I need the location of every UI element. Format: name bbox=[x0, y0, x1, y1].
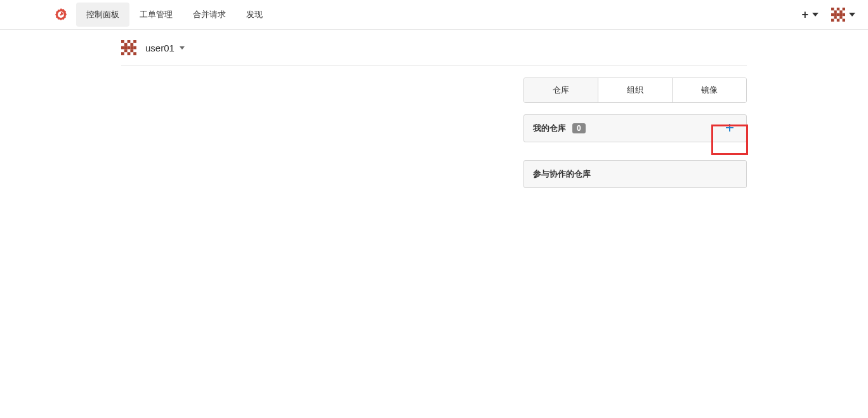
svg-rect-20 bbox=[124, 43, 128, 46]
svg-rect-11 bbox=[843, 13, 845, 16]
svg-rect-9 bbox=[837, 13, 839, 16]
panel-header: 我的仓库 0 bbox=[524, 115, 746, 142]
panel-header: 参与协作的仓库 bbox=[524, 161, 746, 187]
svg-rect-7 bbox=[831, 13, 834, 16]
caret-down-icon bbox=[849, 13, 855, 17]
svg-rect-18 bbox=[133, 40, 136, 43]
avatar bbox=[831, 8, 845, 22]
svg-rect-25 bbox=[130, 46, 133, 50]
svg-rect-29 bbox=[121, 52, 124, 55]
svg-rect-4 bbox=[837, 8, 839, 10]
svg-rect-13 bbox=[839, 16, 842, 18]
user-context-switcher[interactable]: user01 bbox=[145, 43, 185, 53]
user-name: user01 bbox=[145, 43, 174, 53]
nav-issues[interactable]: 工单管理 bbox=[129, 3, 183, 27]
nav-left: 控制面板 工单管理 合并请求 发现 bbox=[53, 3, 273, 27]
caret-down-icon bbox=[180, 46, 185, 50]
svg-rect-5 bbox=[834, 10, 836, 13]
svg-rect-26 bbox=[133, 46, 136, 50]
create-dropdown[interactable]: + bbox=[801, 8, 819, 22]
svg-rect-3 bbox=[843, 8, 845, 10]
app-logo[interactable] bbox=[53, 7, 69, 22]
svg-rect-30 bbox=[128, 52, 131, 55]
sidebar-tabs: 仓库 组织 镜像 bbox=[523, 78, 747, 103]
svg-rect-27 bbox=[124, 49, 128, 52]
caret-down-icon bbox=[812, 13, 819, 17]
repo-count-badge: 0 bbox=[572, 123, 586, 133]
nav-right: + bbox=[801, 8, 855, 22]
svg-rect-23 bbox=[124, 46, 128, 50]
collab-repos-panel: 参与协作的仓库 bbox=[523, 160, 747, 188]
my-repos-panel: 我的仓库 0 bbox=[523, 114, 747, 142]
svg-rect-22 bbox=[121, 46, 124, 50]
nav-pull-requests[interactable]: 合并请求 bbox=[183, 3, 236, 27]
svg-rect-14 bbox=[831, 19, 834, 22]
panel-title-wrap: 参与协作的仓库 bbox=[533, 168, 591, 180]
svg-rect-21 bbox=[130, 43, 133, 46]
content-area: 仓库 组织 镜像 我的仓库 0 bbox=[121, 78, 747, 188]
tab-organizations[interactable]: 组织 bbox=[598, 78, 673, 102]
user-header: user01 bbox=[121, 30, 747, 66]
svg-rect-15 bbox=[837, 19, 839, 22]
panel-title-wrap: 我的仓库 0 bbox=[533, 123, 586, 134]
right-sidebar: 仓库 组织 镜像 我的仓库 0 bbox=[523, 78, 747, 188]
user-menu-dropdown[interactable] bbox=[831, 8, 855, 22]
plus-icon: + bbox=[801, 8, 808, 22]
svg-rect-28 bbox=[130, 49, 133, 52]
panel-title: 参与协作的仓库 bbox=[533, 168, 591, 180]
svg-rect-31 bbox=[133, 52, 136, 55]
svg-rect-12 bbox=[834, 16, 836, 18]
tab-repositories[interactable]: 仓库 bbox=[524, 78, 598, 102]
main-container: user01 仓库 组织 镜像 我的仓库 0 bbox=[121, 30, 747, 188]
svg-rect-17 bbox=[121, 40, 124, 43]
svg-rect-24 bbox=[128, 46, 131, 50]
svg-rect-6 bbox=[839, 10, 842, 13]
nav-explore[interactable]: 发现 bbox=[236, 3, 273, 27]
svg-rect-10 bbox=[839, 13, 842, 16]
new-repo-button[interactable] bbox=[722, 123, 737, 133]
svg-rect-2 bbox=[831, 8, 834, 10]
panel-title: 我的仓库 bbox=[533, 123, 566, 134]
svg-rect-19 bbox=[128, 40, 131, 43]
nav-dashboard[interactable]: 控制面板 bbox=[76, 3, 129, 27]
svg-rect-8 bbox=[834, 13, 836, 16]
identicon-icon bbox=[121, 40, 136, 55]
top-navigation: 控制面板 工单管理 合并请求 发现 + bbox=[0, 0, 868, 30]
plus-icon bbox=[726, 124, 733, 131]
svg-rect-16 bbox=[843, 19, 845, 22]
svg-point-1 bbox=[60, 14, 62, 16]
my-repos-panel-wrapper: 我的仓库 0 bbox=[523, 114, 747, 142]
left-content bbox=[121, 78, 523, 188]
identicon-icon bbox=[831, 8, 845, 22]
user-avatar bbox=[121, 40, 136, 55]
tab-mirrors[interactable]: 镜像 bbox=[673, 78, 746, 102]
gear-logo-icon bbox=[53, 7, 69, 22]
